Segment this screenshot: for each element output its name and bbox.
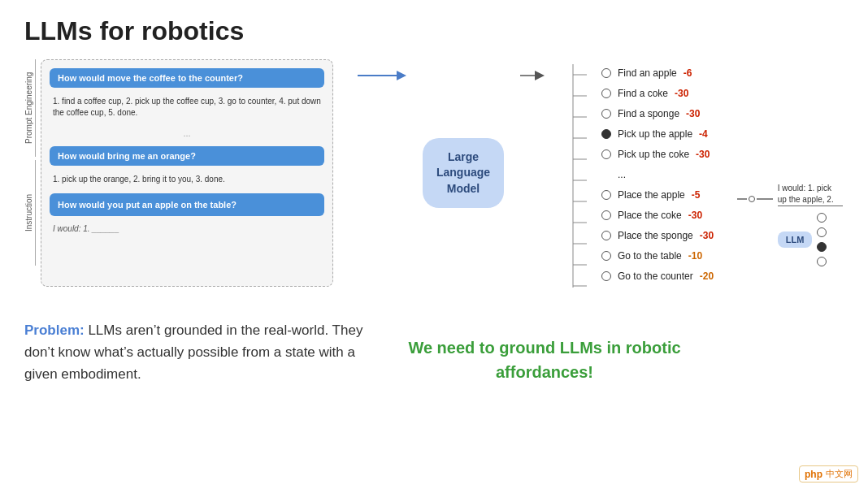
action-label-1: Find an apple — [618, 67, 677, 79]
action-item-place-coke: Place the coke -30 — [601, 206, 729, 226]
action-label-8: Place the coke — [618, 210, 682, 221]
tree-svg — [553, 64, 593, 292]
out-circle-4 — [817, 257, 827, 266]
out-circle-3 — [817, 242, 827, 252]
content-row: Prompt Engineering Instruction How would… — [24, 59, 844, 303]
action-score-8: -30 — [688, 210, 718, 221]
action-label-10: Go to the table — [618, 250, 682, 262]
action-item-pickup-apple: Pick up the apple -4 — [601, 123, 729, 144]
watermark-php: php — [805, 469, 822, 480]
svg-marker-3 — [535, 71, 545, 80]
action-label-7: Place the apple — [618, 189, 685, 201]
action-circle-10 — [601, 251, 611, 261]
action-label-11: Go to the counter — [618, 270, 693, 282]
chat-divider-1: ... — [50, 127, 324, 140]
ground-text: We need to ground LLMs in robotic afford… — [398, 319, 691, 386]
arrow-svg — [358, 59, 406, 92]
action-item-place-apple: Place the apple -5 — [601, 185, 729, 206]
out-circle-1 — [817, 213, 827, 223]
action-item-go-counter: Go to the counter -20 — [601, 266, 729, 287]
action-label-4: Pick up the apple — [618, 128, 692, 140]
page-title: LLMs for robotics — [24, 16, 844, 46]
action-score-3: -30 — [686, 108, 715, 119]
action-circle-11 — [601, 271, 611, 281]
action-item-find-apple: Find an apple -6 — [601, 63, 729, 83]
watermark-site: 中文网 — [826, 468, 853, 480]
chat-instruction: How would you put an apple on the table? — [50, 193, 324, 216]
action-score-11: -20 — [700, 270, 729, 282]
action-label-2: Find a coke — [618, 88, 668, 99]
action-label-3: Find a sponge — [618, 108, 679, 119]
action-circle-1 — [601, 68, 611, 78]
llm-section: LargeLanguageModel — [414, 59, 512, 287]
llm-box: LargeLanguageModel — [423, 138, 504, 209]
prompt-engineering-label: Prompt Engineering — [24, 59, 36, 157]
action-item-find-coke: Find a coke -30 — [601, 83, 729, 103]
action-item-ellipsis: ... — [601, 164, 729, 184]
action-circle-5 — [601, 149, 611, 159]
action-item-go-table: Go to the table -10 — [601, 246, 729, 266]
output-circles — [817, 213, 827, 266]
action-label-5: Pick up the coke — [618, 149, 689, 160]
chat-blank: I would: 1. ______ — [50, 223, 324, 235]
action-circle-9 — [601, 231, 611, 240]
llm-to-actions-connector — [520, 59, 545, 92]
action-circle-6 — [601, 170, 611, 180]
action-score-7: -5 — [692, 189, 721, 201]
svg-marker-1 — [397, 71, 406, 80]
action-score-4: -4 — [699, 128, 728, 140]
action-circle-2 — [601, 89, 611, 98]
action-score-1: -6 — [684, 67, 713, 79]
left-to-llm-connector — [358, 59, 406, 92]
main-container: LLMs for robotics Prompt Engineering Ins… — [0, 0, 868, 489]
action-score-10: -10 — [688, 250, 718, 262]
llm-output-text: I would: 1. pick up the apple, 2. — [778, 183, 843, 206]
action-list: Find an apple -6 Find a coke -30 Find a … — [601, 59, 729, 287]
action-circle-3 — [601, 109, 611, 119]
chat-item-2: How would bring me an orange? — [50, 146, 324, 166]
bottom-section: Problem: LLMs aren’t grounded in the rea… — [24, 319, 844, 386]
action-label-9: Place the sponge — [618, 230, 693, 241]
llm-output-area: I would: 1. pick up the apple, 2. LLM — [737, 59, 843, 287]
action-item-find-sponge: Find a sponge -30 — [601, 103, 729, 123]
instruction-label: Instruction — [24, 160, 36, 266]
action-score-2: -30 — [675, 88, 704, 99]
action-item-pickup-coke: Pick up the coke -30 — [601, 144, 729, 164]
chat-text-1: 1. find a coffee cup, 2. pick up the cof… — [50, 94, 324, 120]
action-circle-7 — [601, 190, 611, 200]
watermark: php 中文网 — [799, 465, 858, 483]
action-item-place-sponge: Place the sponge -30 — [601, 226, 729, 246]
chat-panel: How would move the coffee to the counter… — [41, 59, 333, 287]
action-list-section: Find an apple -6 Find a coke -30 Find a … — [553, 59, 844, 287]
arrow-svg-2 — [520, 59, 545, 92]
action-score-5: -30 — [696, 149, 725, 160]
chat-item-1: How would move the coffee to the counter… — [50, 68, 324, 88]
left-panel: Prompt Engineering Instruction How would… — [24, 59, 349, 287]
problem-label: Problem: — [24, 322, 85, 338]
llm-small-box: LLM — [778, 232, 813, 248]
problem-text: Problem: LLMs aren’t grounded in the rea… — [24, 319, 374, 386]
action-circle-4 — [601, 129, 611, 139]
action-score-9: -30 — [700, 230, 729, 241]
chat-text-2: 1. pick up the orange, 2. bring it to yo… — [50, 172, 324, 187]
action-label-6: ... — [618, 169, 626, 180]
out-circle-2 — [817, 227, 827, 237]
action-circle-8 — [601, 210, 611, 220]
